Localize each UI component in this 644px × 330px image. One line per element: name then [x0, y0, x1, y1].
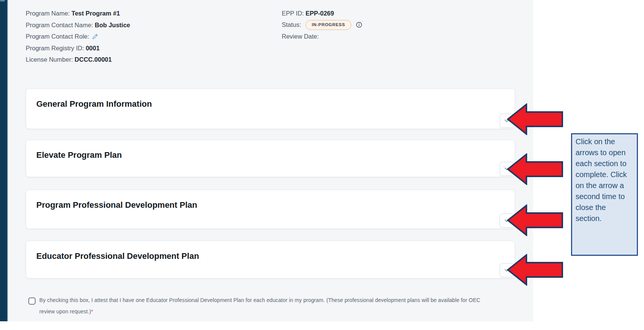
status-badge: IN-PROGRESS [306, 20, 351, 30]
program-registry-id-label: Program Registry ID: [26, 45, 84, 51]
expand-section-button[interactable] [500, 114, 514, 128]
chevron-down-icon [504, 118, 510, 124]
edit-contact-role-button[interactable] [92, 33, 99, 40]
epp-id-field: EPP ID: EPP-0269 [282, 8, 362, 19]
program-name-field: Program Name: Test Program #1 [26, 8, 130, 19]
section-program-professional-development-plan: Program Professional Development Plan [26, 190, 515, 229]
attestation-text: By checking this box, I attest that I ha… [39, 294, 486, 317]
program-name-value: Test Program #1 [71, 10, 120, 17]
program-registry-id-field: Program Registry ID: 0001 [26, 42, 130, 54]
section-title: Educator Professional Development Plan [36, 251, 199, 261]
status-info-button[interactable] [356, 22, 362, 28]
annotation-callout: Click on the arrows to open each section… [571, 133, 638, 256]
info-icon [356, 22, 362, 28]
program-contact-name-label: Program Contact Name: [26, 22, 93, 28]
status-field: Status: IN-PROGRESS [282, 19, 362, 31]
program-contact-name-value: Bob Justice [95, 22, 130, 28]
review-date-label: Review Date: [282, 33, 319, 40]
section-educator-professional-development-plan: Educator Professional Development Plan [26, 241, 515, 279]
required-marker: * [91, 308, 93, 314]
chevron-down-icon [504, 218, 510, 224]
section-title: General Program Information [36, 99, 152, 109]
program-contact-role-label: Program Contact Role: [26, 33, 89, 40]
epp-program-page: Program Name: Test Program #1 Program Co… [0, 0, 644, 330]
chevron-down-icon [504, 267, 510, 273]
program-contact-name-field: Program Contact Name: Bob Justice [26, 19, 130, 31]
section-elevate-program-plan: Elevate Program Plan [26, 140, 515, 177]
sidebar-rail [0, 0, 8, 321]
program-info-block: Program Name: Test Program #1 Program Co… [26, 8, 130, 65]
license-number-label: License Number: [26, 56, 73, 63]
chevron-down-icon [504, 166, 510, 172]
scrollbar-thumb[interactable] [0, 0, 5, 2]
expand-section-button[interactable] [500, 263, 514, 277]
program-contact-role-field: Program Contact Role: [26, 31, 130, 42]
section-title: Program Professional Development Plan [36, 200, 197, 210]
attestation-statement: By checking this box, I attest that I ha… [39, 297, 480, 314]
status-label: Status: [282, 21, 301, 28]
pencil-icon [92, 33, 98, 40]
epp-id-label: EPP ID: [282, 10, 304, 17]
attestation-checkbox[interactable] [28, 297, 36, 305]
license-number-field: License Number: DCCC.00001 [26, 54, 130, 65]
license-number-value: DCCC.00001 [74, 56, 112, 63]
program-registry-id-value: 0001 [86, 45, 100, 51]
program-name-label: Program Name: [26, 10, 70, 17]
epp-id-value: EPP-0269 [306, 10, 334, 17]
review-date-field: Review Date: [282, 31, 362, 42]
expand-section-button[interactable] [500, 162, 514, 176]
epp-info-block: EPP ID: EPP-0269 Status: IN-PROGRESS Rev… [282, 8, 362, 42]
expand-section-button[interactable] [500, 213, 514, 228]
section-title: Elevate Program Plan [36, 150, 122, 160]
section-general-program-information: General Program Information [26, 89, 515, 129]
